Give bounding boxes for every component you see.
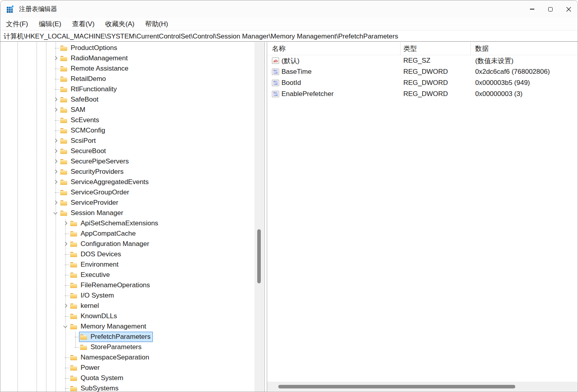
chevron-right-icon[interactable] (52, 105, 59, 115)
menu-edit[interactable]: 编辑(E) (39, 19, 62, 29)
tree-item-apisetschemaextensions[interactable]: ApiSetSchemaExtensions (0, 218, 254, 229)
chevron-right-icon[interactable] (52, 146, 59, 156)
column-header-name[interactable]: 名称 (267, 42, 401, 55)
tree-item-secureboot[interactable]: SecureBoot (0, 146, 254, 156)
column-header-data[interactable]: 数据 (471, 42, 578, 55)
tree-item-productoptions[interactable]: ProductOptions (0, 43, 254, 53)
close-button[interactable] (559, 0, 578, 18)
folder-icon (80, 334, 87, 340)
tree-item-scevents[interactable]: ScEvents (0, 115, 254, 125)
folder-icon (70, 252, 77, 257)
tree-item-kernel[interactable]: kernel (0, 301, 254, 311)
registry-value-row[interactable]: BootId REG_DWORD 0x000003b5 (949) (267, 77, 578, 88)
minimize-button[interactable] (523, 0, 541, 18)
tree-item-appcompatcache[interactable]: AppCompatCache (0, 229, 254, 239)
menu-file[interactable]: 文件(F) (6, 19, 28, 29)
tree-item-session-manager[interactable]: Session Manager (0, 208, 254, 218)
tree-item-label: ServiceAggregatedEvents (70, 178, 149, 186)
folder-icon (60, 56, 67, 61)
tree-item-serviceaggregatedevents[interactable]: ServiceAggregatedEvents (0, 177, 254, 187)
tree-item-label: AppCompatCache (80, 230, 136, 238)
tree-item-safeboot[interactable]: SafeBoot (0, 94, 254, 105)
tree-item-sam[interactable]: SAM (0, 105, 254, 115)
folder-icon (70, 231, 77, 236)
folder-icon (60, 77, 67, 82)
close-icon (566, 7, 571, 12)
tree-item-serviceprovider[interactable]: ServiceProvider (0, 198, 254, 208)
tree-item-quota-system[interactable]: Quota System (0, 373, 254, 383)
tree-item-scsiport[interactable]: ScsiPort (0, 136, 254, 146)
tree-item-securepipeservers[interactable]: SecurePipeServers (0, 156, 254, 167)
column-header-type[interactable]: 类型 (401, 42, 471, 55)
tree-vertical-scrollbar-thumb[interactable] (257, 229, 261, 283)
tree-item-servicegrouporder[interactable]: ServiceGroupOrder (0, 187, 254, 198)
chevron-down-icon[interactable] (52, 208, 59, 218)
values-horizontal-scrollbar[interactable] (267, 382, 578, 391)
folder-icon (70, 314, 77, 319)
tree-item-radiomanagement[interactable]: RadioManagement (0, 53, 254, 63)
chevron-down-icon[interactable] (62, 321, 69, 332)
tree-connector (62, 249, 69, 259)
folder-icon (60, 66, 67, 71)
folder-icon (70, 273, 77, 278)
maximize-button[interactable] (541, 0, 559, 18)
ab-string-icon (272, 58, 279, 64)
values-horizontal-scrollbar-thumb[interactable] (278, 385, 515, 388)
tree-item-memory-management[interactable]: Memory Management (0, 321, 254, 332)
tree-connector (62, 311, 69, 321)
tree-item-label: kernel (80, 302, 99, 310)
tree-items: ProductOptions RadioManagement Remote As… (0, 43, 254, 392)
tree-item-storeparameters[interactable]: StoreParameters (0, 342, 254, 352)
value-data: 0x00000003 (3) (471, 88, 578, 100)
tree-item-label: Memory Management (80, 323, 146, 331)
tree-item-scmconfig[interactable]: SCMConfig (0, 125, 254, 136)
chevron-right-icon[interactable] (62, 218, 69, 229)
values-header-row: 名称 类型 数据 (267, 42, 578, 55)
chevron-right-icon[interactable] (52, 53, 59, 63)
tree-vertical-scrollbar[interactable] (254, 42, 264, 392)
folder-icon (70, 262, 77, 267)
tree-item-prefetchparameters[interactable]: PrefetchParameters (0, 332, 254, 342)
tree-item-remote-assistance[interactable]: Remote Assistance (0, 63, 254, 74)
menu-favorites[interactable]: 收藏夹(A) (105, 19, 135, 29)
registry-value-row[interactable]: BaseTime REG_DWORD 0x2dc6caf6 (768002806… (267, 66, 578, 77)
tree-item-i-o-system[interactable]: I/O System (0, 290, 254, 301)
tree-item-subsystems[interactable]: SubSystems (0, 383, 254, 392)
title-bar: 注册表编辑器 (0, 0, 578, 18)
tree-item-dos-devices[interactable]: DOS Devices (0, 249, 254, 259)
registry-value-row[interactable]: EnablePrefetcher REG_DWORD 0x00000003 (3… (267, 88, 578, 100)
folder-icon (60, 190, 67, 195)
menu-view[interactable]: 查看(V) (72, 19, 94, 29)
folder-icon (60, 97, 67, 102)
tree-item-securityproviders[interactable]: SecurityProviders (0, 167, 254, 177)
tree-item-executive[interactable]: Executive (0, 270, 254, 280)
chevron-right-icon[interactable] (62, 301, 69, 311)
chevron-right-icon[interactable] (62, 239, 69, 249)
chevron-right-icon[interactable] (52, 177, 59, 187)
chevron-right-icon[interactable] (52, 198, 59, 208)
tree-item-label: Remote Assistance (70, 65, 129, 73)
binary-dword-icon (272, 69, 279, 75)
tree-item-namespaceseparation[interactable]: NamespaceSeparation (0, 352, 254, 363)
tree-item-label: ApiSetSchemaExtensions (80, 219, 158, 227)
tree-item-retaildemo[interactable]: RetailDemo (0, 74, 254, 84)
folder-icon (70, 242, 77, 247)
tree-item-configuration-manager[interactable]: Configuration Manager (0, 239, 254, 249)
minimize-icon (530, 9, 534, 9)
tree-item-knowndlls[interactable]: KnownDLLs (0, 311, 254, 321)
menu-help[interactable]: 帮助(H) (145, 19, 168, 29)
tree-item-filerenameoperations[interactable]: FileRenameOperations (0, 280, 254, 290)
value-name: (默认) (281, 56, 299, 65)
tree-item-power[interactable]: Power (0, 363, 254, 373)
tree-item-label: SafeBoot (70, 96, 98, 104)
tree-item-label: ServiceProvider (70, 199, 118, 207)
chevron-right-icon[interactable] (52, 136, 59, 146)
chevron-right-icon[interactable] (52, 156, 59, 167)
chevron-right-icon[interactable] (52, 167, 59, 177)
registry-value-row[interactable]: (默认) REG_SZ (数值未设置) (267, 55, 578, 66)
chevron-right-icon[interactable] (52, 94, 59, 105)
address-bar-input[interactable]: 计算机\HKEY_LOCAL_MACHINE\SYSTEM\CurrentCon… (0, 31, 578, 42)
tree-item-label: PrefetchParameters (90, 333, 150, 341)
tree-item-environment[interactable]: Environment (0, 259, 254, 270)
tree-item-rtlfunctionality[interactable]: RtlFunctionality (0, 84, 254, 94)
